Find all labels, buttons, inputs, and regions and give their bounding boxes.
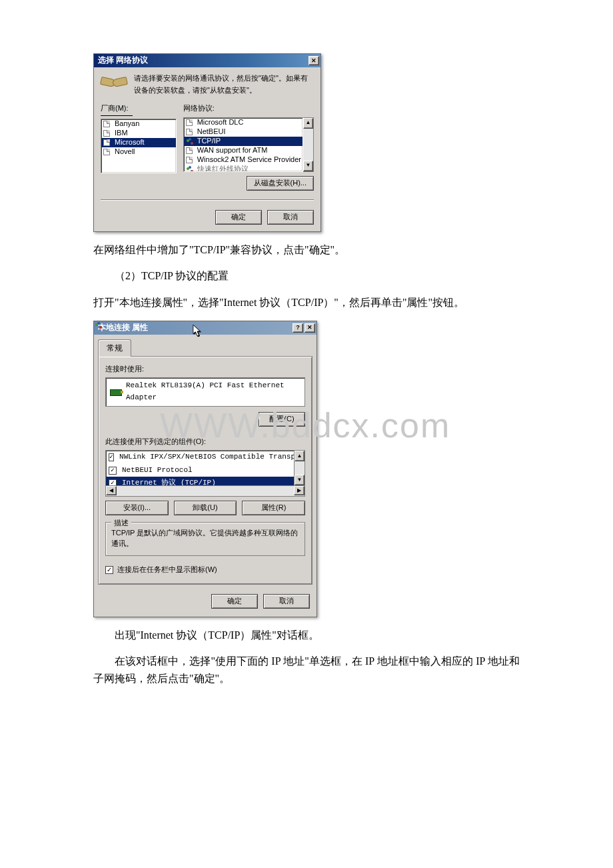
protocol-listbox[interactable]: Microsoft DLCNetBEUITCP/IPWAN support fo… [183,117,303,172]
dialog1-bottom-buttons: 确定 取消 [101,200,314,225]
components-label: 此连接使用下列选定的组件(O): [105,436,305,448]
protocol-icon [185,156,195,164]
component-item[interactable]: ✓NWLink IPX/SPX/NetBIOS Compatible Trans… [106,451,294,464]
vendor-icon [103,148,112,156]
checkbox-icon[interactable]: ✓ [105,566,113,574]
checkbox-icon[interactable]: ✓ [109,467,117,475]
description-text: TCP/IP 是默认的广域网协议。它提供跨越多种互联网络的通讯。 [111,528,299,549]
network-icon [185,165,195,172]
tray-icon-checkbox[interactable]: ✓ 连接后在任务栏中显示图标(W) [105,564,305,576]
components-vscrollbar[interactable]: ▲ ▼ [295,450,305,486]
configure-button[interactable]: 配置(C) [259,412,305,427]
vendor-item-label: Novell [115,146,135,158]
scroll-track[interactable] [303,129,313,161]
component-item-label: NetBEUI Protocol [122,465,193,477]
paragraph: 在该对话框中，选择"使用下面的 IP 地址"单选框，在 IP 地址框中输入相应的… [93,653,520,687]
dialog2-bottom-buttons: 确定 取消 [94,589,316,617]
install-button[interactable]: 安装(I)... [105,501,169,515]
vendor-column: 厂商(M): BanyanIBMMicrosoftNovell [101,103,177,191]
handshake-icon [101,73,127,94]
dialog1-message: 请选择要安装的网络通讯协议，然后按"确定"。如果有设备的安装软盘，请按"从软盘安… [134,73,314,96]
dialog1-title: 选择 网络协议 [98,54,148,67]
vendor-icon [103,120,112,128]
component-item-label: Internet 协议 (TCP/IP) [122,477,216,486]
vendor-icon [103,139,112,147]
vendor-listbox[interactable]: BanyanIBMMicrosoftNovell [101,119,177,173]
nic-icon [110,388,122,396]
components-hscrollbar[interactable]: ◀ ▶ [105,486,305,497]
component-item[interactable]: ✓Internet 协议 (TCP/IP) [106,477,294,486]
ok-button[interactable]: 确定 [211,594,258,609]
ok-button[interactable]: 确定 [215,210,262,225]
help-icon[interactable]: ? [293,323,303,333]
scroll-track[interactable] [117,486,294,496]
dialog1-body: 请选择要安装的网络通讯协议，然后按"确定"。如果有设备的安装软盘，请按"从软盘安… [94,67,320,231]
protocol-item-label: 快速红外线协议 [197,163,249,172]
properties-button[interactable]: 属性(R) [242,501,305,515]
vendor-label: 厂商(M): [101,103,133,116]
tab-page-general: 连接时使用: Realtek RTL8139(A) PCI Fast Ether… [98,356,312,585]
tab-strip: 常规 [94,335,316,356]
scroll-up-icon[interactable]: ▲ [303,118,313,129]
from-disk-button[interactable]: 从磁盘安装(H)... [247,176,314,191]
components-list-wrap: ✓NWLink IPX/SPX/NetBIOS Compatible Trans… [105,450,305,486]
tray-icon-label: 连接后在任务栏中显示图标(W) [117,564,217,576]
checkbox-icon[interactable]: ✓ [109,453,114,461]
select-protocol-dialog: 选择 网络协议 ✕ 请选择要安装的网络通讯协议，然后按"确定"。如果有设备的安装… [93,53,321,232]
uninstall-button[interactable]: 卸载(U) [174,501,237,515]
connection-properties-dialog: 本地连接 属性 ? ✕ 常规 连接时使用: Realtek RTL8139(A)… [93,321,317,617]
dialog2-title: 本地连接 属性 [98,321,148,334]
adapter-name: Realtek RTL8139(A) PCI Fast Ethernet Ada… [126,380,301,403]
vendor-item[interactable]: Novell [101,147,176,157]
vendor-item[interactable]: Banyan [101,119,176,129]
protocol-icon [185,119,195,127]
paragraph: 在网络组件中增加了"TCP/IP"兼容协议，点击"确定"。 [93,241,520,259]
scroll-up-icon[interactable]: ▲ [295,451,305,461]
dialog1-message-row: 请选择要安装的网络通讯协议，然后按"确定"。如果有设备的安装软盘，请按"从软盘安… [101,73,314,96]
protocol-scrollbar[interactable]: ▲ ▼ [303,117,314,172]
component-buttons: 安装(I)... 卸载(U) 属性(R) [105,501,305,515]
vendor-item[interactable]: Microsoft [101,138,176,147]
paragraph: （2）TCP/IP 协议的配置 [93,267,520,285]
dialog2-titlebar[interactable]: 本地连接 属性 ? ✕ [94,321,316,335]
network-icon [185,137,195,145]
description-groupbox: 描述 TCP/IP 是默认的广域网协议。它提供跨越多种互联网络的通讯。 [105,522,305,556]
protocol-icon [185,128,195,136]
scroll-track[interactable] [295,461,305,475]
dialog1-titlebar[interactable]: 选择 网络协议 ✕ [94,54,320,67]
protocol-icon [185,147,195,155]
paragraph: 打开"本地连接属性"，选择"Internet 协议（TCP/IP）"，然后再单击… [93,294,520,311]
scroll-right-icon[interactable]: ▶ [294,486,305,495]
close-icon[interactable]: ✕ [308,56,319,65]
description-title: 描述 [111,517,131,529]
vendor-icon [103,129,112,137]
checkbox-icon[interactable]: ✓ [109,479,117,486]
protocol-label: 网络协议: [183,103,314,115]
protocol-column: 网络协议: Microsoft DLCNetBEUITCP/IPWAN supp… [183,103,314,191]
dialog1-lists: 厂商(M): BanyanIBMMicrosoftNovell 网络协议: Mi… [101,103,314,191]
cancel-button[interactable]: 取消 [267,210,314,225]
paragraph: 出现"Internet 协议（TCP/IP）属性"对话框。 [93,627,520,644]
close-icon[interactable]: ✕ [305,323,315,333]
cancel-button[interactable]: 取消 [263,594,310,609]
components-listbox[interactable]: ✓NWLink IPX/SPX/NetBIOS Compatible Trans… [105,450,295,486]
component-item[interactable]: ✓NetBEUI Protocol [106,464,294,477]
adapter-box: Realtek RTL8139(A) PCI Fast Ethernet Ada… [105,377,305,406]
scroll-left-icon[interactable]: ◀ [106,486,117,495]
connect-using-label: 连接时使用: [105,363,305,375]
scroll-down-icon[interactable]: ▼ [303,161,313,171]
component-item-label: NWLink IPX/SPX/NetBIOS Compatible Transp… [119,451,295,463]
tab-general[interactable]: 常规 [98,339,131,357]
scroll-down-icon[interactable]: ▼ [295,475,305,485]
